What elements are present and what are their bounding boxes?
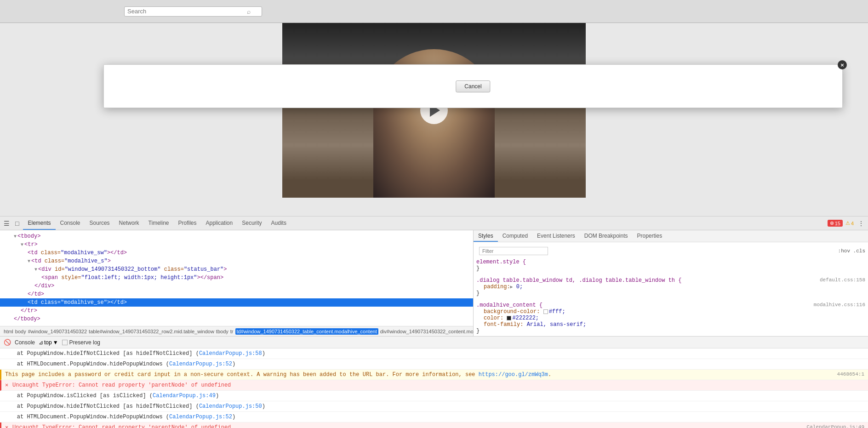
color-swatch[interactable]	[507, 316, 511, 320]
style-block-element: element.style { }	[476, 259, 865, 272]
breadcrumb-body[interactable]: body	[15, 329, 26, 334]
inspect-icon[interactable]: □	[14, 220, 20, 227]
console-warning-link[interactable]: https://goo.gl/zmWq3m	[479, 371, 548, 378]
console-toolbar: 🚫 Console ⊿ top ▼ Preserve log	[0, 337, 868, 348]
devtools-status-icons: ⊗ 15 ⚠ 4 ⋮	[828, 220, 866, 227]
html-line[interactable]: <td class="modalhive_se"></td>	[0, 298, 473, 307]
console-filter-value: top	[44, 339, 52, 346]
console-msg-source[interactable]: CalendarPopup.js:49	[807, 423, 864, 428]
breadcrumb-window[interactable]: #window_1490731450322	[28, 329, 87, 334]
tag-text: <tr>	[24, 240, 38, 249]
html-line[interactable]: </tbody>	[0, 315, 473, 323]
html-line[interactable]: <td class="modalhive_sw"></td>	[0, 249, 473, 257]
address-bar[interactable]: ⌕	[124, 6, 262, 17]
devtools-main: ▼ <tbody> ▼ <tr> <td class="modalhive_sw…	[0, 230, 868, 428]
style-state-label[interactable]: :hov .cls	[838, 248, 865, 254]
breadcrumb-html[interactable]: html	[4, 329, 13, 334]
list-item: at HTMLDocument.PopupWindow.hidePopupWin…	[0, 359, 868, 370]
console-link[interactable]: CalendarPopup.js:50	[199, 403, 262, 410]
tab-timeline[interactable]: Timeline	[144, 217, 174, 230]
color-swatch[interactable]	[543, 309, 548, 314]
expand-arrow[interactable]: ▼	[34, 266, 37, 273]
breadcrumb-div-content[interactable]: div#window_1490731450322_content.modalhi…	[380, 329, 473, 334]
tab-security[interactable]: Security	[237, 217, 266, 230]
console-msg-text: Uncaught TypeError: Cannot read property…	[12, 381, 864, 389]
html-content: ▼ <tbody> ▼ <tr> <td class="modalhive_sw…	[0, 230, 473, 326]
tab-audits[interactable]: Audits	[267, 217, 291, 230]
html-line[interactable]: </div>	[0, 282, 473, 290]
tab-elements[interactable]: Elements	[23, 217, 55, 230]
devtools-tabbar: ☰ □ Elements Console Sources Network Tim…	[0, 217, 868, 230]
tab-application[interactable]: Application	[201, 217, 238, 230]
expand-arrow[interactable]: ▼	[28, 258, 30, 265]
style-prop: font-family:	[476, 321, 523, 328]
tag-text: <td class="modalhive_se"></td>	[28, 298, 127, 307]
preserve-log-checkbox-area[interactable]: Preserve log	[62, 339, 100, 346]
html-line[interactable]: ▼ <div id="window_1490731450322_bottom" …	[0, 265, 473, 274]
tag-text: </td>	[28, 290, 44, 298]
tab-sources[interactable]: Sources	[85, 217, 114, 230]
console-context-dropdown[interactable]: ⊿ top ▼	[39, 339, 58, 346]
tab-event-listeners[interactable]: Event Listeners	[532, 230, 580, 242]
console-link[interactable]: CalendarPopup.js:52	[169, 414, 232, 420]
error-icon: ✕	[5, 381, 12, 389]
style-prop: padding:▶	[476, 284, 513, 290]
html-line[interactable]: ▼ <td class="modalhive_s">	[0, 257, 473, 265]
search-input[interactable]	[127, 8, 247, 15]
console-msg-text: at PopupWindow.hideIfNotClicked [as hide…	[4, 402, 864, 411]
tab-styles[interactable]: Styles	[474, 230, 498, 242]
main-content: × Cancel	[0, 23, 868, 216]
preserve-log-checkbox[interactable]	[62, 340, 68, 345]
devtools-settings-icon[interactable]: ⋮	[857, 220, 866, 227]
html-line[interactable]: </tr>	[0, 307, 473, 315]
styles-pane: Styles Computed Event Listeners DOM Brea…	[474, 230, 868, 336]
html-line[interactable]: </td>	[0, 290, 473, 298]
style-source[interactable]: modalhive.css:116	[814, 302, 865, 308]
breadcrumb-selected[interactable]: td#window_1490731450322_table_content.mo…	[235, 328, 378, 335]
style-filter-input[interactable]	[479, 247, 548, 255]
html-line[interactable]: ▼ <tbody>	[0, 232, 473, 240]
tab-computed[interactable]: Computed	[498, 230, 532, 242]
console-link[interactable]: CalendarPopup.js:52	[169, 361, 232, 367]
style-selector: element.style {	[476, 259, 865, 265]
warning-icon: ⚠	[845, 220, 850, 226]
html-pane: ▼ <tbody> ▼ <tr> <td class="modalhive_sw…	[0, 230, 474, 336]
style-closing: }	[476, 290, 865, 297]
style-prop: color:	[476, 315, 503, 321]
html-line[interactable]: <span style="float:left; width:1px; heig…	[0, 274, 473, 282]
style-val: #fff;	[543, 308, 565, 315]
html-line[interactable]: ▼ <tr>	[0, 240, 473, 249]
style-closing: }	[476, 328, 865, 334]
console-link[interactable]: CalendarPopup.js:58	[199, 350, 262, 357]
chevron-down-icon: ▼	[53, 339, 58, 346]
tab-profiles[interactable]: Profiles	[173, 217, 201, 230]
tab-properties[interactable]: Properties	[632, 230, 667, 242]
expand-arrow[interactable]: ▼	[21, 241, 23, 248]
console-clear-button[interactable]: 🚫	[4, 339, 11, 346]
style-block-dialog: .dialog table.table_window td, .dialog t…	[476, 277, 865, 297]
expand-arrow[interactable]: ▼	[14, 233, 17, 240]
browser-toolbar: ⌕	[0, 0, 868, 23]
tab-network[interactable]: Network	[114, 217, 144, 230]
breadcrumb-tbody[interactable]: tbody	[216, 329, 228, 334]
tab-dom-breakpoints[interactable]: DOM Breakpoints	[580, 230, 633, 242]
modal-close-button[interactable]: ×	[838, 60, 847, 69]
console-link[interactable]: CalendarPopup.js:49	[153, 393, 216, 399]
breadcrumb-table[interactable]: table#window_1490731450322_row2.mid.tabl…	[89, 329, 214, 334]
search-icon[interactable]: ⌕	[247, 8, 251, 15]
list-item: ✕ Uncaught TypeError: Cannot read proper…	[0, 422, 868, 428]
devtools-toggle-icon[interactable]: ☰	[2, 220, 11, 227]
style-source[interactable]: default.css:158	[820, 277, 865, 284]
tab-console[interactable]: Console	[56, 217, 85, 230]
tag-text: <td class="modalhive_sw"></td>	[28, 249, 127, 257]
style-selector-text: .dialog table.table_window td, .dialog t…	[476, 277, 681, 284]
breadcrumb-tr[interactable]: tr	[230, 329, 234, 334]
console-area: 🚫 Console ⊿ top ▼ Preserve log at PopupW…	[0, 336, 868, 428]
console-msg-source[interactable]: 4468654:1	[837, 371, 864, 378]
list-item: at PopupWindow.isClicked [as isClicked] …	[0, 391, 868, 401]
tag-text: <span style="float:left; width:1px; heig…	[41, 274, 223, 282]
style-val: Arial, sans-serif;	[527, 321, 587, 328]
breadcrumb: html body #window_1490731450322 table#wi…	[0, 326, 473, 336]
cancel-button[interactable]: Cancel	[456, 80, 490, 92]
warning-count-badge: ⚠ 4	[845, 220, 854, 226]
